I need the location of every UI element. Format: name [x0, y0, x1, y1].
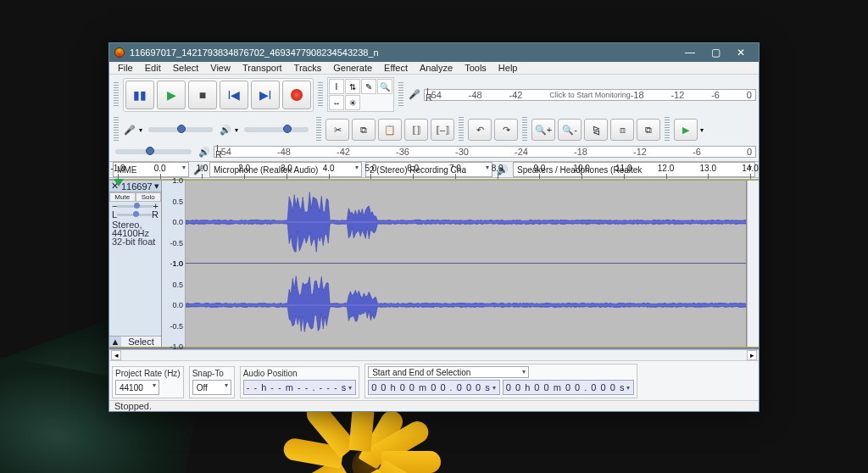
skip-start-button[interactable]: I◀ — [220, 81, 248, 109]
track-area: ✕ 116697017_ ▾ Mute Solo −+ LR Stereo, 4… — [109, 180, 759, 348]
play-speed-slider[interactable] — [115, 149, 192, 154]
fit-project-button[interactable]: ⧈ — [610, 119, 634, 141]
envelope-tool-icon[interactable]: ⇅ — [345, 79, 360, 94]
audio-position-field[interactable]: - - h - - m - - . - - - s▾ — [243, 380, 356, 395]
scroll-left-button[interactable]: ◂ — [111, 350, 121, 360]
toolbar-upper: ▮▮ ▶ ■ I◀ ▶I I ⇅ ✎ 🔍 ↔ ✳ 🎤 LR -54 -48 -4… — [109, 75, 759, 162]
skip-end-button[interactable]: ▶I — [251, 81, 280, 109]
waveform-display[interactable] — [186, 181, 747, 347]
meter-tick: -6 — [693, 147, 701, 157]
toolbar-grip[interactable] — [318, 82, 323, 108]
menu-effect[interactable]: Effect — [379, 62, 413, 74]
undo-button[interactable]: ↶ — [468, 119, 492, 141]
record-button[interactable] — [282, 81, 311, 109]
toolbar-grip[interactable] — [459, 117, 464, 142]
zoom-toggle-button[interactable]: ⧉ — [637, 119, 660, 141]
selection-mode-dropdown[interactable]: Start and End of Selection — [368, 366, 529, 378]
silence-button[interactable]: ⟦–⟧ — [431, 119, 454, 141]
app-logo-icon — [114, 47, 125, 58]
recording-volume-slider[interactable] — [148, 127, 213, 132]
minimize-button[interactable]: — — [677, 43, 703, 62]
menu-view[interactable]: View — [205, 62, 236, 74]
menu-tools[interactable]: Tools — [459, 62, 492, 74]
toolbar-grip[interactable] — [316, 117, 321, 142]
zoom-in-button[interactable]: 🔍+ — [531, 119, 555, 141]
redo-button[interactable]: ↷ — [494, 119, 518, 141]
menu-help[interactable]: Help — [493, 62, 523, 74]
collapse-button[interactable]: ▲ — [109, 337, 121, 347]
menu-select[interactable]: Select — [168, 62, 204, 74]
selection-start-field[interactable]: 0 0 h 0 0 m 0 0 . 0 0 0 s▾ — [368, 380, 500, 395]
selection-end-field[interactable]: 0 0 h 0 0 m 0 0 . 0 0 0 s▾ — [503, 380, 635, 395]
vertical-scale[interactable]: 1.00.50.0-0.5-1.01.00.50.0-0.5-1.0 — [162, 181, 186, 347]
menu-tracks[interactable]: Tracks — [289, 62, 327, 74]
menu-analyze[interactable]: Analyze — [415, 62, 458, 74]
recording-meter[interactable]: LR -54 -48 -42 -18 -12 -6 0 Click to Sta… — [424, 89, 756, 101]
scroll-right-button[interactable]: ▸ — [747, 350, 757, 360]
menu-transport[interactable]: Transport — [237, 62, 287, 74]
play-button[interactable]: ▶ — [157, 81, 186, 109]
timeline-ruler[interactable]: -1.00.01.02.03.04.05.06.07.08.09.010.011… — [109, 178, 759, 180]
zoom-tool-icon[interactable]: 🔍 — [377, 79, 392, 94]
status-text: Stopped. — [114, 401, 152, 411]
copy-button[interactable]: ⧉ — [352, 119, 376, 141]
snap-to-dropdown[interactable]: Off — [192, 380, 231, 395]
toolbar-grip[interactable] — [114, 117, 119, 142]
pause-button[interactable]: ▮▮ — [125, 81, 154, 109]
toolbar-grip[interactable] — [665, 117, 670, 142]
playback-device-dropdown[interactable]: Speakers / Headphones (Realtek — [513, 162, 755, 177]
track-name[interactable]: 116697017_ — [120, 181, 153, 192]
selection-tool-icon[interactable]: I — [329, 79, 344, 94]
menubar: File Edit Select View Transport Tracks G… — [109, 62, 759, 75]
toolbar-grip[interactable] — [522, 117, 527, 142]
vertical-scrollbar[interactable] — [747, 181, 759, 347]
meter-tick: -12 — [633, 147, 647, 157]
meter-tick: 0 — [747, 147, 752, 157]
speaker-icon: 🔊 — [219, 123, 232, 136]
pan-slider[interactable] — [117, 214, 152, 216]
toolbar-grip[interactable] — [398, 82, 403, 108]
mic-icon: 🎤 — [408, 88, 421, 102]
horizontal-scrollbar[interactable]: ◂ ▸ — [109, 349, 759, 360]
timeshift-tool-icon[interactable]: ↔ — [329, 95, 344, 110]
fit-selection-button[interactable]: ⧎ — [584, 119, 608, 141]
draw-tool-icon[interactable]: ✎ — [361, 79, 376, 94]
cut-button[interactable]: ✂ — [326, 119, 349, 141]
play-at-speed-button[interactable]: ▶ — [674, 119, 698, 141]
menu-file[interactable]: File — [113, 62, 138, 74]
maximize-button[interactable]: ▢ — [703, 43, 728, 62]
selection-toolbar: Project Rate (Hz) 44100 Snap-To Off Audi… — [109, 360, 759, 400]
audacity-window: 116697017_1421793834876702_4693477908234… — [108, 42, 760, 412]
speaker-icon: 🔊 — [198, 145, 211, 159]
recording-channels-dropdown[interactable]: 2 (Stereo) Recording Cha — [365, 162, 492, 177]
zoom-out-button[interactable]: 🔍- — [558, 119, 581, 141]
stop-button[interactable]: ■ — [188, 81, 217, 109]
transport-toolbar: ▮▮ ▶ ■ I◀ ▶I — [123, 78, 314, 112]
window-title: 116697017_1421793834876702_4693477908234… — [130, 47, 379, 58]
playback-meter[interactable]: LR -54 -48 -42 -36 -30 -24 -18 -12 -6 0 — [214, 146, 756, 158]
project-rate-dropdown[interactable]: 44100 — [115, 380, 159, 395]
track-menu-button[interactable]: ▾ — [153, 181, 161, 192]
menu-edit[interactable]: Edit — [140, 62, 166, 74]
meter-tick: -36 — [396, 147, 409, 157]
tools-toolbar: I ⇅ ✎ 🔍 ↔ ✳ — [327, 77, 394, 112]
mic-icon: 🎤 — [123, 123, 136, 136]
playback-volume-slider[interactable] — [244, 127, 309, 132]
toolbar-grip[interactable] — [114, 82, 119, 108]
project-rate-label: Project Rate (Hz) — [115, 369, 181, 378]
meter-tick: -30 — [455, 147, 469, 157]
track-select-button[interactable]: Select — [121, 337, 161, 347]
multi-tool-icon[interactable]: ✳ — [345, 95, 360, 110]
menu-generate[interactable]: Generate — [328, 62, 377, 74]
trim-button[interactable]: ⟦⟧ — [404, 119, 428, 141]
meter-tick: -18 — [574, 147, 587, 157]
playhead-icon[interactable] — [114, 179, 124, 186]
track-format-info: Stereo, 44100Hz 32-bit float — [109, 219, 161, 248]
snap-to-label: Snap-To — [192, 369, 231, 378]
gain-slider[interactable] — [117, 205, 153, 208]
close-button[interactable]: ✕ — [728, 43, 754, 62]
meter-message[interactable]: Click to Start Monitoring — [425, 90, 755, 100]
titlebar[interactable]: 116697017_1421793834876702_4693477908234… — [109, 43, 759, 62]
meter-tick: -42 — [337, 147, 350, 157]
paste-button[interactable]: 📋 — [378, 119, 402, 141]
